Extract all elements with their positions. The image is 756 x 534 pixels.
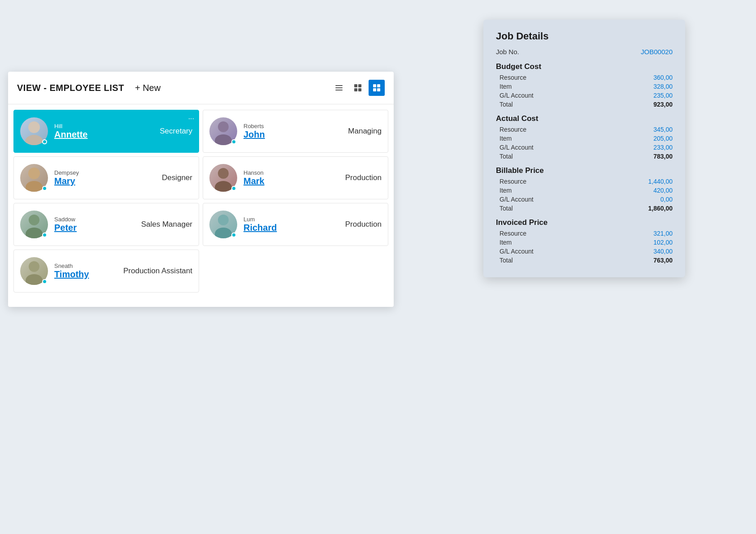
svg-point-12 <box>25 135 43 145</box>
svg-point-21 <box>26 228 43 238</box>
avatar-wrap-hanson <box>209 164 237 192</box>
svg-rect-10 <box>377 88 380 91</box>
emp-info-peter: Saddow Peter <box>54 216 135 233</box>
employee-card-lum[interactable]: Lum Richard Production <box>203 203 388 246</box>
budget-cost-title: Budget Cost <box>496 62 673 71</box>
emp-lastname-hanson: Hanson <box>243 169 339 176</box>
emp-info-hanson: Hanson Mark <box>243 169 339 186</box>
emp-lastname-timothy: Sneath <box>54 263 117 269</box>
employee-grid: ··· Hill Annette Secretary <box>8 104 394 298</box>
employee-card-peter[interactable]: Saddow Peter Sales Manager <box>13 203 199 246</box>
actual-gl-label: G/L Account <box>500 144 534 151</box>
emp-role-timothy: Production Assistant <box>123 267 192 276</box>
emp-firstname-peter[interactable]: Peter <box>54 223 135 233</box>
actual-resource-value: 345,00 <box>653 126 673 133</box>
svg-rect-3 <box>354 84 357 87</box>
panel-title: VIEW - EMPLOYEE LIST <box>17 83 124 93</box>
svg-point-22 <box>218 215 229 225</box>
svg-point-19 <box>215 181 232 192</box>
job-no-value: JOB00020 <box>641 48 673 56</box>
status-dot-roberts <box>231 139 236 144</box>
emp-lastname-roberts: Roberts <box>243 123 342 129</box>
actual-total-row: Total 783,00 <box>496 152 673 161</box>
employee-list-panel: VIEW - EMPLOYEE LIST + New <box>8 72 394 307</box>
emp-firstname-mary[interactable]: Mary <box>54 176 156 186</box>
billable-resource-row: Resource 1,440,00 <box>496 177 673 186</box>
svg-rect-6 <box>358 88 361 91</box>
emp-firstname-roberts[interactable]: John <box>243 129 342 140</box>
job-no-label: Job No. <box>496 48 519 56</box>
invoiced-price-title: Invoiced Price <box>496 218 673 227</box>
svg-point-16 <box>28 168 40 179</box>
budget-total-value: 923,00 <box>653 101 673 108</box>
invoiced-resource-value: 321,00 <box>653 230 673 237</box>
status-dot-hanson <box>231 186 236 191</box>
svg-point-25 <box>26 274 43 285</box>
budget-gl-value: 235,00 <box>653 92 673 99</box>
budget-gl-label: G/L Account <box>500 92 534 99</box>
avatar-wrap-peter <box>20 211 48 238</box>
invoiced-gl-row: G/L Account 340,00 <box>496 247 673 256</box>
actual-item-label: Item <box>500 135 512 142</box>
list-view-icon <box>335 83 343 92</box>
svg-point-11 <box>28 121 40 133</box>
status-dot-peter <box>42 233 47 237</box>
emp-firstname-timothy[interactable]: Timothy <box>54 269 117 280</box>
invoiced-gl-label: G/L Account <box>500 248 534 255</box>
actual-cost-title: Actual Cost <box>496 114 673 123</box>
budget-item-value: 328,00 <box>653 83 673 90</box>
emp-info-mary: Dempsey Mary <box>54 169 156 186</box>
employee-card-mary[interactable]: Dempsey Mary Designer <box>13 156 199 199</box>
employee-card-annette[interactable]: ··· Hill Annette Secretary <box>13 110 199 153</box>
invoiced-total-value: 763,00 <box>653 257 673 264</box>
actual-gl-value: 233,00 <box>653 144 673 151</box>
actual-item-row: Item 205,00 <box>496 134 673 143</box>
svg-point-17 <box>26 181 43 192</box>
emp-info-roberts: Roberts John <box>243 123 342 140</box>
invoiced-item-row: Item 102,00 <box>496 238 673 247</box>
billable-total-value: 1,860,00 <box>648 205 673 212</box>
svg-point-15 <box>215 134 232 145</box>
status-dot-timothy <box>42 279 47 284</box>
billable-item-row: Item 420,00 <box>496 186 673 195</box>
card-view-button[interactable] <box>369 80 385 96</box>
card-menu-icon[interactable]: ··· <box>188 115 194 123</box>
budget-resource-label: Resource <box>500 74 526 81</box>
status-dot-lum <box>231 233 236 237</box>
budget-total-label: Total <box>500 101 513 108</box>
employee-card-roberts[interactable]: Roberts John Managing <box>203 110 388 153</box>
emp-firstname-hanson[interactable]: Mark <box>243 176 339 186</box>
svg-rect-5 <box>354 88 357 91</box>
svg-point-23 <box>215 228 232 238</box>
list-view-button[interactable] <box>331 80 347 96</box>
employee-card-timothy[interactable]: Sneath Timothy Production Assistant <box>13 250 199 293</box>
emp-firstname-annette[interactable]: Annette <box>54 129 153 140</box>
billable-item-label: Item <box>500 187 512 194</box>
invoiced-resource-label: Resource <box>500 230 526 237</box>
budget-resource-value: 360,00 <box>653 74 673 81</box>
svg-rect-1 <box>335 87 343 88</box>
svg-rect-4 <box>358 84 361 87</box>
emp-role-annette: Secretary <box>160 127 192 136</box>
new-button[interactable]: + New <box>131 82 164 94</box>
billable-resource-value: 1,440,00 <box>648 178 673 185</box>
svg-rect-0 <box>335 85 343 86</box>
invoiced-item-value: 102,00 <box>653 239 673 246</box>
billable-resource-label: Resource <box>500 178 526 185</box>
avatar-wrap-timothy <box>20 257 48 285</box>
tile-view-icon <box>353 83 362 92</box>
avatar-wrap-lum <box>209 211 237 238</box>
actual-resource-label: Resource <box>500 126 526 133</box>
emp-info-annette: Hill Annette <box>54 123 153 140</box>
billable-gl-label: G/L Account <box>500 196 534 203</box>
emp-role-roberts: Managing <box>348 127 382 136</box>
svg-point-14 <box>218 121 229 132</box>
avatar-wrap-annette <box>20 117 48 145</box>
tile-view-button[interactable] <box>350 80 366 96</box>
employee-card-hanson[interactable]: Hanson Mark Production <box>203 156 388 199</box>
emp-firstname-lum[interactable]: Richard <box>243 223 339 233</box>
actual-total-label: Total <box>500 153 513 160</box>
emp-role-hanson: Production <box>345 173 382 182</box>
budget-resource-row: Resource 360,00 <box>496 73 673 82</box>
svg-rect-7 <box>373 84 376 87</box>
